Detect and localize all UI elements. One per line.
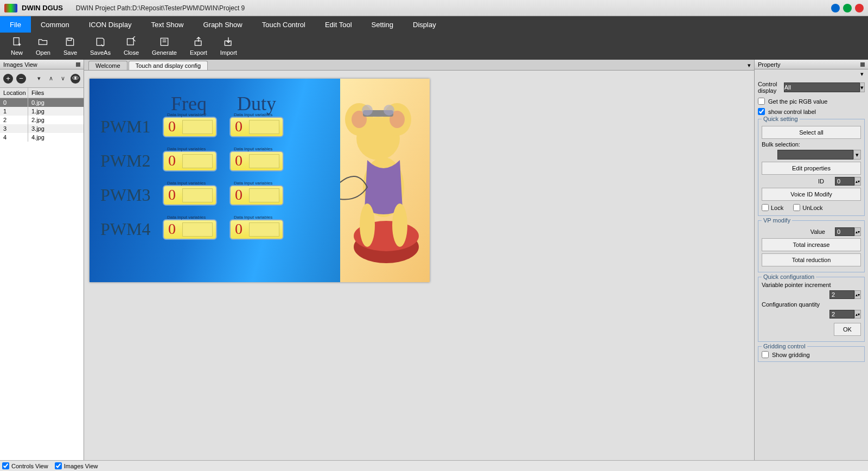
svg-line-6 [133, 39, 136, 41]
vp-modify-legend: VP modify [762, 217, 792, 224]
tab-dropdown-icon[interactable]: ▾ [748, 62, 751, 69]
menu-common[interactable]: Common [31, 16, 79, 33]
saveas-icon [95, 36, 106, 47]
down-triangle-icon[interactable]: ▾ [35, 74, 43, 83]
control-pwm3-duty[interactable]: Data Input variables0 [229, 185, 284, 206]
table-row[interactable]: 33.jpg [0, 124, 84, 133]
save-button[interactable]: Save [57, 34, 84, 58]
svg-rect-3 [68, 38, 72, 40]
menu-graph-show[interactable]: Graph Show [193, 16, 252, 33]
import-button[interactable]: Import [214, 34, 244, 58]
cq-input[interactable] [829, 310, 854, 319]
preview-button[interactable]: 👁 [71, 74, 80, 84]
canvas-area[interactable]: Freq Duty PWM1 PWM2 PWM3 PWM4 Data Input… [84, 71, 754, 460]
spinner-updown-icon[interactable]: ▴▾ [854, 227, 861, 236]
bulk-selection-select[interactable] [777, 150, 853, 160]
control-pwm4-duty[interactable]: Data Input variables0 [229, 219, 284, 240]
edit-properties-button[interactable]: Edit properties [762, 162, 861, 175]
id-input[interactable] [835, 177, 854, 186]
control-pwm1-duty[interactable]: Data Input variables0 [229, 117, 284, 137]
spinner-updown-icon[interactable]: ▴▾ [854, 177, 861, 186]
total-increase-button[interactable]: Total increase [762, 238, 861, 251]
images-view-checkbox[interactable] [55, 462, 62, 469]
export-label: Export [190, 49, 207, 56]
table-row[interactable]: 22.jpg [0, 116, 84, 124]
generate-button[interactable]: Generate [145, 34, 183, 58]
svg-line-5 [133, 36, 136, 39]
move-down-button[interactable]: ∨ [59, 74, 67, 83]
control-pwm1-freq[interactable]: Data Input variables0 [163, 117, 217, 137]
window-close-button[interactable] [855, 4, 864, 12]
menu-display[interactable]: Display [403, 16, 446, 33]
col-files: Files [28, 88, 84, 98]
saveas-button[interactable]: SaveAs [84, 34, 117, 58]
quick-setting-legend: Quick setting [762, 116, 800, 122]
spinner-updown-icon[interactable]: ▴▾ [854, 310, 861, 319]
value-input[interactable] [835, 227, 854, 236]
editor-panel: Welcome Touch and display config ▾ Freq … [84, 60, 754, 460]
menu-text-show[interactable]: Text Show [141, 16, 193, 33]
status-bar: Controls View Images View [0, 460, 868, 471]
images-view-panel: Images View + − ▾ ∧ ∨ 👁 Location Files 0… [0, 60, 84, 460]
tab-welcome[interactable]: Welcome [88, 61, 127, 70]
total-reduction-button[interactable]: Total reduction [762, 253, 861, 266]
table-row[interactable]: 11.jpg [0, 107, 84, 116]
table-row[interactable]: 44.jpg [0, 133, 84, 142]
row-label-pwm1: PWM1 [100, 117, 150, 137]
unlock-checkbox[interactable] [793, 204, 800, 211]
menu-touch-control[interactable]: Touch Control [252, 16, 315, 33]
property-header: Property [755, 60, 868, 69]
menu-file[interactable]: File [0, 16, 31, 33]
remove-image-button[interactable]: − [16, 74, 26, 84]
menu-edit-tool[interactable]: Edit Tool [315, 16, 362, 33]
close-icon [126, 36, 137, 47]
ok-button[interactable]: OK [834, 323, 861, 336]
save-label: Save [63, 49, 77, 56]
voice-id-modify-button[interactable]: Voice ID Modify [762, 188, 861, 201]
gridding-control-group: Gridding control Show gridding [758, 346, 865, 362]
tab-touch-display-config[interactable]: Touch and display config [129, 61, 208, 70]
vp-modify-group: VP modify Value ▴▾ Total increase Total … [758, 220, 865, 272]
controls-view-checkbox[interactable] [2, 462, 9, 469]
lock-checkbox[interactable] [762, 204, 769, 211]
control-pwm2-freq[interactable]: Data Input variables0 [163, 151, 217, 171]
unlock-label: UnLock [802, 205, 822, 211]
add-image-button[interactable]: + [3, 74, 13, 84]
app-name: DWIN DGUS [22, 4, 63, 12]
table-row[interactable]: 00.jpg [0, 98, 84, 107]
dropdown-caret-icon[interactable]: ▾ [755, 69, 868, 79]
close-button[interactable]: Close [117, 34, 145, 58]
control-pwm4-freq[interactable]: Data Input variables0 [163, 219, 217, 240]
vpi-input[interactable] [829, 290, 854, 299]
show-control-label-checkbox[interactable] [758, 108, 765, 115]
dropdown-arrow-icon[interactable]: ▾ [860, 82, 865, 92]
header-freq: Freq [171, 92, 207, 115]
controls-view-label: Controls View [11, 463, 48, 469]
window-maximize-button[interactable] [843, 4, 852, 12]
menu-setting[interactable]: Setting [362, 16, 403, 33]
images-table-body: 00.jpg 11.jpg 22.jpg 33.jpg 44.jpg [0, 98, 84, 460]
pin-icon[interactable] [860, 62, 865, 67]
app-icon [4, 4, 17, 12]
property-title: Property [758, 61, 781, 68]
property-panel: Property ▾ Control display ▾ Get the pic… [754, 60, 868, 460]
canvas-stage[interactable]: Freq Duty PWM1 PWM2 PWM3 PWM4 Data Input… [90, 79, 430, 282]
spinner-updown-icon[interactable]: ▴▾ [854, 290, 861, 299]
images-table-header: Location Files [0, 88, 84, 98]
export-button[interactable]: Export [183, 34, 214, 58]
menu-icon-display[interactable]: ICON Display [79, 16, 142, 33]
control-pwm3-freq[interactable]: Data Input variables0 [163, 185, 217, 206]
select-all-button[interactable]: Select all [762, 126, 861, 139]
close-label: Close [124, 49, 139, 56]
dropdown-arrow-icon[interactable]: ▾ [853, 150, 861, 160]
show-gridding-checkbox[interactable] [762, 351, 769, 358]
window-minimize-button[interactable] [831, 4, 840, 12]
new-button[interactable]: New [4, 34, 29, 58]
row-label-pwm2: PWM2 [100, 151, 150, 171]
control-pwm2-duty[interactable]: Data Input variables0 [229, 151, 284, 171]
open-button[interactable]: Open [29, 34, 57, 58]
pin-icon[interactable] [76, 62, 80, 67]
control-display-select[interactable] [784, 82, 860, 92]
get-pic-rgb-checkbox[interactable] [758, 98, 765, 105]
move-up-button[interactable]: ∧ [47, 74, 55, 83]
